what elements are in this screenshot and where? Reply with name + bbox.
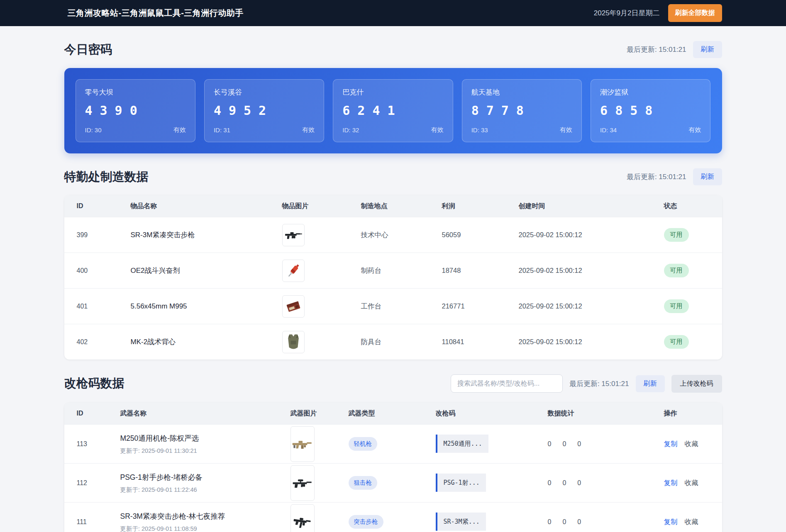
status-badge: 可用: [664, 335, 689, 349]
gunsmith-section-title: 改枪码数据: [64, 375, 124, 392]
password-status: 有效: [431, 126, 444, 134]
col-status: 状态: [664, 202, 722, 211]
passwords-last-updated: 最后更新: 15:01:21: [627, 45, 686, 54]
gunsmith-code: PSG-1射...: [436, 474, 486, 492]
col-code: 改枪码: [436, 409, 548, 418]
gunsmith-code: M250通用...: [436, 435, 488, 453]
copy-button[interactable]: 复制: [664, 479, 678, 488]
password-code: 8778: [471, 103, 572, 118]
item-place: 防具台: [361, 338, 442, 347]
weapon-name: PSG-1射手步枪-堵桥必备: [120, 472, 290, 482]
gunsmith-code: SR-3M紧...: [436, 513, 486, 531]
password-panel: 零号大坝 4390 ID: 30 有效 长弓溪谷 4952 ID: 31 有效 …: [64, 68, 722, 153]
col-created: 创建时间: [519, 202, 664, 211]
assault-rifle-icon: [290, 504, 315, 532]
item-profit: 56059: [442, 231, 519, 239]
gunsmith-refresh-button[interactable]: 刷新: [636, 375, 665, 392]
manufacturing-refresh-button[interactable]: 刷新: [693, 168, 722, 185]
weapon-id: 113: [77, 440, 120, 448]
table-row: 113 M250通用机枪-陈权严选 更新于: 2025-09-01 11:30:…: [64, 424, 722, 463]
refresh-all-button[interactable]: 刷新全部数据: [668, 4, 722, 22]
item-created: 2025-09-02 15:00:12: [519, 338, 664, 346]
item-created: 2025-09-02 15:00:12: [519, 231, 664, 239]
stat-count: 0: [562, 440, 566, 448]
password-id: ID: 32: [342, 126, 359, 134]
status-badge: 可用: [664, 299, 689, 313]
item-place: 工作台: [361, 302, 442, 311]
col-weapon-image: 武器图片: [290, 409, 349, 418]
stat-count: 0: [577, 479, 581, 487]
favorite-button[interactable]: 收藏: [685, 517, 698, 527]
password-id: ID: 34: [600, 126, 617, 134]
item-created: 2025-09-02 15:00:12: [519, 267, 664, 275]
table-row: 112 PSG-1射手步枪-堵桥必备 更新于: 2025-09-01 11:22…: [64, 463, 722, 502]
password-code: 4952: [214, 103, 315, 118]
password-code: 4390: [85, 103, 186, 118]
password-id: ID: 31: [214, 126, 230, 134]
status-badge: 可用: [664, 264, 689, 277]
item-created: 2025-09-02 15:00:12: [519, 302, 664, 310]
manufacturing-table: ID 物品名称 物品图片 制造地点 利润 创建时间 状态 399 SR-3M紧凑…: [64, 195, 722, 360]
copy-button[interactable]: 复制: [664, 517, 678, 527]
rifle-icon: [282, 224, 305, 246]
top-navbar: 三角洲攻略站-三角洲鼠鼠工具-三角洲行动助手 2025年9月2日星期二 刷新全部…: [0, 0, 786, 26]
col-stats: 数据统计: [548, 409, 664, 418]
map-name: 巴克什: [342, 87, 443, 97]
col-actions: 操作: [664, 409, 722, 418]
weapon-name: M250通用机枪-陈权严选: [120, 433, 290, 443]
item-name: 5.56x45mm M995: [131, 302, 282, 311]
table-row: 400 OE2战斗兴奋剂 制药台 18748 2025-09-02 15:00:…: [64, 253, 722, 288]
weapon-stats: 0 0 0: [548, 479, 664, 487]
col-weapon-name: 武器名称: [120, 409, 290, 418]
password-card: 航天基地 8778 ID: 33 有效: [462, 79, 582, 142]
stat-count: 0: [577, 518, 581, 526]
status-badge: 可用: [664, 228, 689, 242]
gunsmith-table-header: ID 武器名称 武器图片 武器类型 改枪码 数据统计 操作: [64, 403, 722, 424]
manufacturing-table-header: ID 物品名称 物品图片 制造地点 利润 创建时间 状态: [64, 195, 722, 217]
item-profit: 110841: [442, 338, 519, 346]
stat-count: 0: [548, 518, 552, 526]
upload-code-button[interactable]: 上传改枪码: [671, 375, 722, 393]
map-name: 航天基地: [471, 87, 572, 97]
col-weapon-type: 武器类型: [349, 409, 436, 418]
sniper-rifle-icon: [290, 465, 315, 501]
stat-count: 0: [577, 440, 581, 448]
col-id: ID: [77, 410, 120, 417]
password-status: 有效: [560, 126, 572, 134]
favorite-button[interactable]: 收藏: [685, 440, 698, 449]
col-place: 制造地点: [361, 202, 442, 211]
map-name: 潮汐监狱: [600, 87, 701, 97]
current-date: 2025年9月2日星期二: [594, 8, 660, 18]
passwords-refresh-button[interactable]: 刷新: [693, 41, 722, 58]
table-row: 111 SR-3M紧凑突击步枪-林七夜推荐 更新于: 2025-09-01 11…: [64, 502, 722, 532]
weapon-name: SR-3M紧凑突击步枪-林七夜推荐: [120, 511, 290, 521]
weapon-id: 111: [77, 518, 120, 526]
weapon-type-badge: 突击步枪: [349, 515, 383, 529]
table-row: 399 SR-3M紧凑突击步枪 技术中心 56059 2025-09-02 15…: [64, 217, 722, 253]
password-card: 长弓溪谷 4952 ID: 31 有效: [204, 79, 324, 142]
copy-button[interactable]: 复制: [664, 440, 678, 449]
favorite-button[interactable]: 收藏: [685, 479, 698, 488]
col-profit: 利润: [442, 202, 519, 211]
item-name: OE2战斗兴奋剂: [131, 266, 282, 275]
password-card: 潮汐监狱 6858 ID: 34 有效: [591, 79, 710, 142]
table-row: 402 MK-2战术背心 防具台 110841 2025-09-02 15:00…: [64, 324, 722, 360]
item-profit: 18748: [442, 267, 519, 275]
machine-gun-icon: [290, 426, 315, 462]
stat-count: 0: [562, 518, 566, 526]
item-place: 技术中心: [361, 231, 442, 240]
gunsmith-last-updated: 最后更新: 15:01:21: [569, 379, 629, 389]
item-id: 402: [77, 338, 131, 346]
item-profit: 216771: [442, 302, 519, 310]
password-card: 巴克什 6241 ID: 32 有效: [333, 79, 453, 142]
password-code: 6241: [342, 103, 443, 118]
weapon-updated: 更新于: 2025-09-01 11:30:21: [120, 447, 290, 455]
item-name: SR-3M紧凑突击步枪: [131, 230, 282, 240]
weapon-id: 112: [77, 479, 120, 487]
item-id: 400: [77, 267, 131, 275]
stat-count: 0: [548, 479, 552, 487]
col-item-name: 物品名称: [131, 202, 282, 211]
item-place: 制药台: [361, 266, 442, 275]
search-input[interactable]: [451, 374, 563, 393]
weapon-type-badge: 轻机枪: [349, 437, 378, 451]
